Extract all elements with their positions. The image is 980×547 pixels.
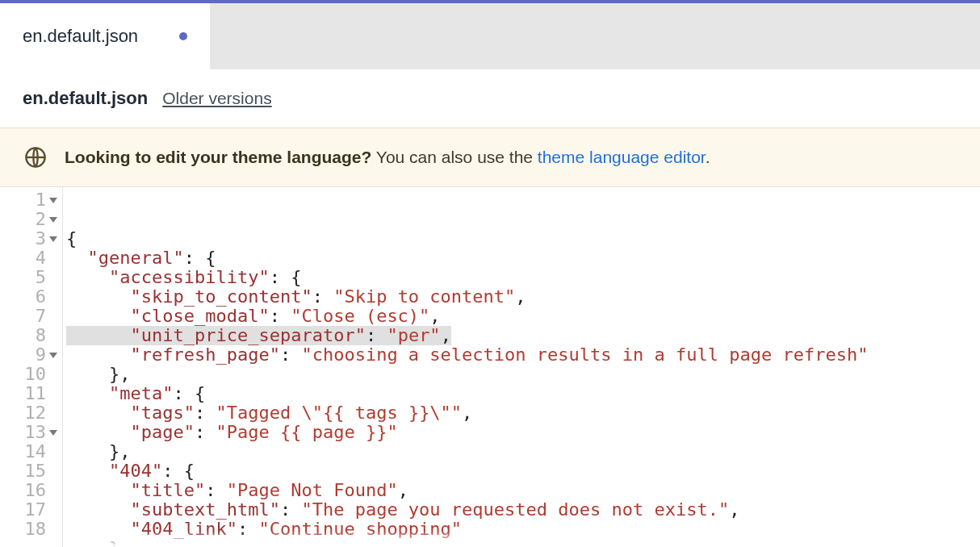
fold-toggle-icon[interactable] [49, 236, 57, 242]
code-line[interactable]: }, [63, 365, 980, 384]
app-root: en.default.json en.default.json Older ve… [0, 0, 980, 547]
fold-toggle-icon[interactable] [49, 430, 57, 436]
unsaved-dot-icon [179, 32, 187, 40]
gutter-line: 11 [0, 384, 62, 403]
older-versions-link[interactable]: Older versions [162, 89, 271, 108]
gutter-line: 8 [0, 326, 62, 345]
fold-toggle-icon[interactable] [49, 353, 57, 358]
filename-label: en.default.json [23, 88, 148, 109]
gutter-line: 9 [0, 345, 62, 365]
theme-language-editor-link[interactable]: theme language editor [538, 148, 706, 166]
code-line[interactable]: "general": { [63, 248, 980, 268]
gutter-line: 13 [0, 423, 62, 442]
fold-toggle-icon[interactable] [49, 198, 57, 203]
gutter-line: 14 [0, 442, 62, 461]
fold-toggle-icon[interactable] [49, 217, 57, 223]
gutter-line: 4 [0, 248, 62, 268]
banner-rest: You can also use the [371, 148, 538, 166]
gutter-line: 2 [0, 210, 62, 229]
code-line[interactable]: "page": "Page {{ page }}" [63, 423, 980, 442]
gutter-line: 16 [0, 481, 62, 500]
code-editor[interactable]: 123456789101112131415161718 { "general":… [0, 187, 980, 547]
banner-text: Looking to edit your theme language? You… [65, 148, 710, 167]
file-tab[interactable]: en.default.json [0, 0, 210, 69]
gutter-line: 5 [0, 268, 62, 287]
info-banner: Looking to edit your theme language? You… [0, 127, 980, 187]
code-line[interactable]: "title": "Page Not Found", [63, 481, 980, 500]
code-line[interactable]: { [63, 229, 980, 248]
gutter-line: 12 [0, 403, 62, 423]
code-line[interactable]: "skip_to_content": "Skip to content", [63, 287, 980, 307]
code-area[interactable]: { "general": { "accessibility": { "skip_… [63, 187, 980, 547]
line-gutter: 123456789101112131415161718 [0, 187, 63, 547]
code-line[interactable]: "unit_price_separator": "per", [63, 326, 980, 345]
gutter-line: 3 [0, 229, 62, 248]
gutter-line: 7 [0, 307, 62, 326]
banner-tail: . [706, 148, 710, 166]
code-line[interactable]: "close_modal": "Close (esc)", [63, 307, 980, 326]
code-line[interactable]: }, [63, 539, 980, 547]
gutter-line: 10 [0, 365, 62, 384]
code-line[interactable]: "refresh_page": "choosing a selection re… [63, 345, 980, 365]
gutter-line: 18 [0, 520, 62, 539]
code-line[interactable]: "404_link": "Continue shopping" [63, 520, 980, 539]
gutter-line: 1 [0, 190, 62, 210]
gutter-line: 17 [0, 500, 62, 520]
file-tab-title: en.default.json [23, 26, 138, 47]
code-line[interactable]: "subtext_html": "The page you requested … [63, 500, 980, 520]
code-line[interactable]: "404": { [63, 461, 980, 481]
globe-icon [24, 146, 47, 169]
tab-bar: en.default.json [0, 3, 980, 69]
gutter-line: 15 [0, 461, 62, 481]
code-line[interactable]: "accessibility": { [63, 268, 980, 287]
code-line[interactable]: "tags": "Tagged \"{{ tags }}\"", [63, 403, 980, 423]
sub-header: en.default.json Older versions [0, 69, 980, 127]
code-line[interactable]: "meta": { [63, 384, 980, 403]
gutter-line: 6 [0, 287, 62, 307]
code-line[interactable]: }, [63, 442, 980, 461]
banner-bold: Looking to edit your theme language? [65, 148, 371, 166]
